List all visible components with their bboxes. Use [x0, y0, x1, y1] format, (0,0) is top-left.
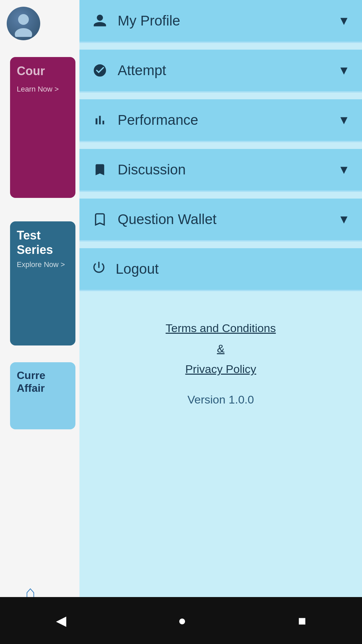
explore-now-button[interactable]: Explore Now >	[17, 260, 69, 269]
menu-item-left-performance: Performance	[92, 112, 198, 128]
my-profile-label: My Profile	[118, 13, 180, 29]
sidebar-item-attempt[interactable]: Attempt ▼	[79, 50, 362, 93]
separator-1	[79, 43, 362, 50]
current-affairs-title: Curre Affair	[17, 369, 69, 395]
separator-4	[79, 192, 362, 199]
version-text: Version 1.0.0	[187, 393, 254, 406]
sidebar-item-my-profile[interactable]: My Profile ▼	[79, 0, 362, 43]
attempt-label: Attempt	[118, 62, 166, 78]
privacy-link[interactable]: Privacy Policy	[166, 359, 276, 379]
check-circle-icon	[92, 63, 108, 78]
back-button[interactable]: ◀	[56, 613, 66, 628]
menu-item-left-question-wallet: Question Wallet	[92, 211, 217, 227]
sidebar-item-performance[interactable]: Performance ▼	[79, 99, 362, 142]
sidebar-menu: My Profile ▼ Attempt ▼ Performance ▼	[79, 0, 362, 597]
bookmark-outline-icon	[92, 212, 108, 227]
and-separator: &	[166, 338, 276, 359]
terms-link[interactable]: Terms and Conditions	[166, 318, 276, 338]
chevron-down-icon-performance: ▼	[338, 113, 350, 127]
person-icon	[92, 13, 108, 28]
current-affairs-card: Curre Affair	[10, 362, 75, 429]
menu-item-left-discussion: Discussion	[92, 162, 186, 178]
bookmark-icon	[92, 162, 108, 177]
separator-2	[79, 93, 362, 99]
avatar	[7, 7, 40, 40]
power-icon	[92, 260, 106, 278]
svg-point-0	[18, 14, 29, 25]
chevron-down-icon-discussion: ▼	[338, 163, 350, 177]
chevron-down-icon-profile: ▼	[338, 14, 350, 28]
test-series-title: Test Series	[17, 228, 69, 257]
logout-button[interactable]: Logout	[79, 248, 362, 291]
android-nav-bar: ◀ ● ■	[0, 597, 362, 644]
course-card: Cour Learn Now >	[10, 57, 75, 198]
discussion-label: Discussion	[118, 162, 186, 178]
separator-5	[79, 241, 362, 248]
test-series-card: Test Series Explore Now >	[10, 221, 75, 345]
chevron-down-icon-attempt: ▼	[338, 63, 350, 77]
separator-3	[79, 142, 362, 149]
terms-and-privacy-links[interactable]: Terms and Conditions & Privacy Policy	[166, 318, 276, 380]
svg-point-1	[15, 28, 32, 37]
menu-item-left-attempt: Attempt	[92, 62, 166, 78]
learn-now-button[interactable]: Learn Now >	[17, 85, 69, 94]
chevron-down-icon-question-wallet: ▼	[338, 212, 350, 226]
home-button[interactable]: ●	[178, 613, 186, 628]
course-card-title: Cour	[17, 64, 69, 78]
sidebar-footer: Terms and Conditions & Privacy Policy Ve…	[79, 291, 362, 597]
sidebar-item-discussion[interactable]: Discussion ▼	[79, 149, 362, 192]
recent-apps-button[interactable]: ■	[298, 613, 306, 628]
logout-label: Logout	[116, 261, 159, 277]
sidebar-item-question-wallet[interactable]: Question Wallet ▼	[79, 199, 362, 241]
menu-item-left-profile: My Profile	[92, 13, 180, 29]
question-wallet-label: Question Wallet	[118, 211, 217, 227]
performance-label: Performance	[118, 112, 198, 128]
bar-chart-icon	[92, 113, 108, 127]
